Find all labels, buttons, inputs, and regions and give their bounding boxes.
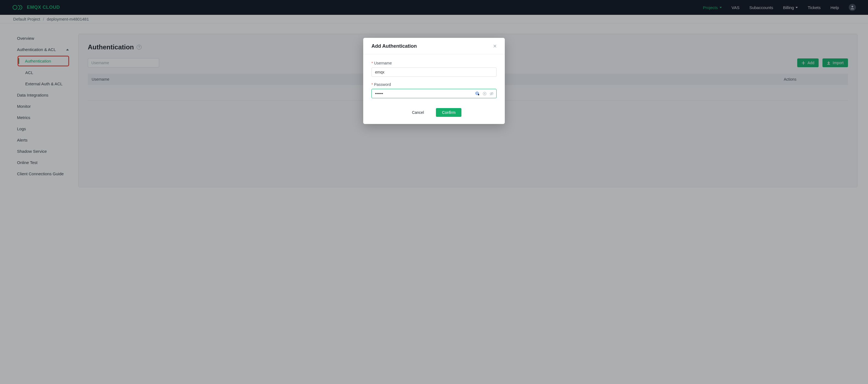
- close-icon[interactable]: [493, 44, 497, 49]
- password-label-row: * Password: [371, 82, 497, 87]
- required-asterisk: *: [371, 82, 373, 87]
- cancel-button[interactable]: Cancel: [407, 108, 430, 117]
- password-adornments: [475, 89, 494, 98]
- username-field[interactable]: [371, 67, 497, 77]
- password-label: Password: [374, 82, 391, 87]
- confirm-button[interactable]: Confirm: [436, 108, 461, 117]
- eye-hidden-icon[interactable]: [489, 91, 494, 96]
- modal-overlay[interactable]: Add Authentication * Username * Password: [0, 0, 868, 384]
- modal-title: Add Authentication: [371, 43, 417, 49]
- username-label: Username: [374, 61, 392, 65]
- svg-point-3: [476, 93, 477, 94]
- username-label-row: * Username: [371, 61, 497, 65]
- modal-add-authentication: Add Authentication * Username * Password: [363, 38, 505, 124]
- password-manager-icon[interactable]: [475, 91, 479, 96]
- clear-icon[interactable]: [482, 91, 487, 96]
- required-asterisk: *: [371, 61, 373, 65]
